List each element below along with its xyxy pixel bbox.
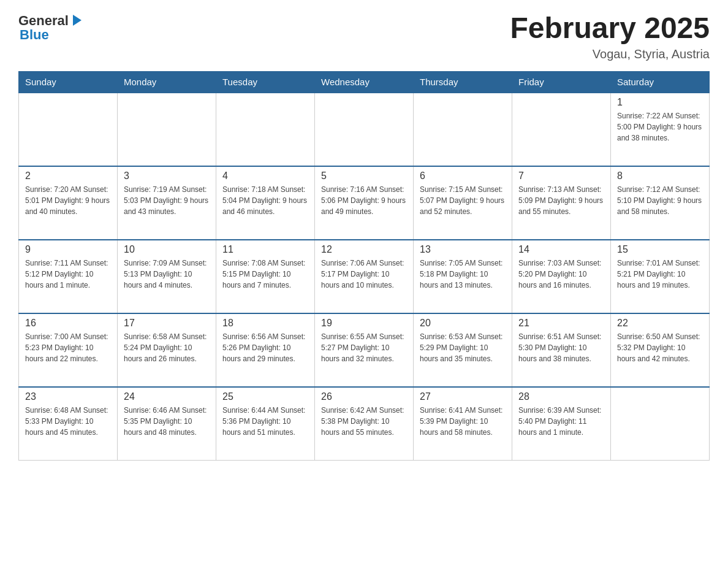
week-row-2: 9Sunrise: 7:11 AM Sunset: 5:12 PM Daylig… [19,240,710,313]
day-number: 15 [617,244,703,255]
day-number: 20 [420,318,506,329]
day-number: 24 [124,391,210,402]
day-number: 9 [25,244,111,255]
table-row: 10Sunrise: 7:09 AM Sunset: 5:13 PM Dayli… [118,240,216,313]
day-info: Sunrise: 7:06 AM Sunset: 5:17 PM Dayligh… [321,258,407,291]
day-info: Sunrise: 7:19 AM Sunset: 5:03 PM Dayligh… [124,184,210,217]
table-row: 22Sunrise: 6:50 AM Sunset: 5:32 PM Dayli… [611,313,710,387]
day-info: Sunrise: 6:44 AM Sunset: 5:36 PM Dayligh… [222,405,308,438]
table-row: 6Sunrise: 7:15 AM Sunset: 5:07 PM Daylig… [414,166,512,240]
day-info: Sunrise: 7:16 AM Sunset: 5:06 PM Dayligh… [321,184,407,217]
table-row [414,93,512,166]
logo-blue-text: Blue [20,27,84,43]
day-info: Sunrise: 7:05 AM Sunset: 5:18 PM Dayligh… [420,258,506,291]
day-number: 28 [518,391,604,402]
title-block: February 2025 Vogau, Styria, Austria [510,12,710,61]
page-header: General Blue February 2025 Vogau, Styria… [18,12,710,61]
table-row: 3Sunrise: 7:19 AM Sunset: 5:03 PM Daylig… [118,166,216,240]
day-info: Sunrise: 7:18 AM Sunset: 5:04 PM Dayligh… [222,184,308,217]
day-info: Sunrise: 7:00 AM Sunset: 5:23 PM Dayligh… [25,331,111,364]
table-row: 8Sunrise: 7:12 AM Sunset: 5:10 PM Daylig… [611,166,710,240]
table-row: 4Sunrise: 7:18 AM Sunset: 5:04 PM Daylig… [216,166,315,240]
table-row: 24Sunrise: 6:46 AM Sunset: 5:35 PM Dayli… [118,387,216,461]
day-info: Sunrise: 7:15 AM Sunset: 5:07 PM Dayligh… [420,184,506,217]
day-number: 16 [25,318,111,329]
day-info: Sunrise: 7:12 AM Sunset: 5:10 PM Dayligh… [617,184,703,217]
day-info: Sunrise: 7:01 AM Sunset: 5:21 PM Dayligh… [617,258,703,291]
table-row: 21Sunrise: 6:51 AM Sunset: 5:30 PM Dayli… [512,313,611,387]
table-row [216,93,315,166]
table-row: 14Sunrise: 7:03 AM Sunset: 5:20 PM Dayli… [512,240,611,313]
day-number: 7 [518,170,604,182]
day-info: Sunrise: 6:58 AM Sunset: 5:24 PM Dayligh… [124,331,210,364]
calendar-subtitle: Vogau, Styria, Austria [510,47,710,61]
day-info: Sunrise: 7:22 AM Sunset: 5:00 PM Dayligh… [617,110,703,144]
week-row-3: 16Sunrise: 7:00 AM Sunset: 5:23 PM Dayli… [19,313,710,387]
day-number: 2 [25,170,111,182]
col-sunday: Sunday [19,71,118,93]
day-info: Sunrise: 6:42 AM Sunset: 5:38 PM Dayligh… [321,405,407,438]
svg-marker-0 [73,15,82,26]
day-number: 4 [222,170,308,182]
day-number: 18 [222,318,308,329]
day-number: 8 [617,170,703,182]
table-row [512,93,611,166]
day-info: Sunrise: 7:13 AM Sunset: 5:09 PM Dayligh… [518,184,604,217]
day-info: Sunrise: 7:11 AM Sunset: 5:12 PM Dayligh… [25,258,111,291]
table-row: 15Sunrise: 7:01 AM Sunset: 5:21 PM Dayli… [611,240,710,313]
day-number: 3 [124,170,210,182]
day-number: 6 [420,170,506,182]
day-number: 12 [321,244,407,255]
day-number: 22 [617,318,703,329]
day-number: 1 [617,97,703,108]
table-row: 17Sunrise: 6:58 AM Sunset: 5:24 PM Dayli… [118,313,216,387]
col-wednesday: Wednesday [315,71,414,93]
day-number: 17 [124,318,210,329]
logo: General Blue [18,12,84,43]
table-row: 12Sunrise: 7:06 AM Sunset: 5:17 PM Dayli… [315,240,414,313]
col-tuesday: Tuesday [216,71,315,93]
day-number: 5 [321,170,407,182]
week-row-4: 23Sunrise: 6:48 AM Sunset: 5:33 PM Dayli… [19,387,710,461]
col-friday: Friday [512,71,611,93]
day-info: Sunrise: 7:09 AM Sunset: 5:13 PM Dayligh… [124,258,210,291]
day-number: 25 [222,391,308,402]
table-row: 1Sunrise: 7:22 AM Sunset: 5:00 PM Daylig… [611,93,710,166]
day-number: 13 [420,244,506,255]
col-thursday: Thursday [414,71,512,93]
calendar-title: February 2025 [510,12,710,45]
table-row: 5Sunrise: 7:16 AM Sunset: 5:06 PM Daylig… [315,166,414,240]
table-row: 27Sunrise: 6:41 AM Sunset: 5:39 PM Dayli… [414,387,512,461]
table-row [611,387,710,461]
day-info: Sunrise: 7:08 AM Sunset: 5:15 PM Dayligh… [222,258,308,291]
day-number: 23 [25,391,111,402]
day-info: Sunrise: 6:41 AM Sunset: 5:39 PM Dayligh… [420,405,506,438]
day-info: Sunrise: 6:39 AM Sunset: 5:40 PM Dayligh… [518,405,604,438]
table-row: 26Sunrise: 6:42 AM Sunset: 5:38 PM Dayli… [315,387,414,461]
table-row: 2Sunrise: 7:20 AM Sunset: 5:01 PM Daylig… [19,166,118,240]
table-row: 23Sunrise: 6:48 AM Sunset: 5:33 PM Dayli… [19,387,118,461]
table-row: 28Sunrise: 6:39 AM Sunset: 5:40 PM Dayli… [512,387,611,461]
calendar-table: Sunday Monday Tuesday Wednesday Thursday… [18,71,710,461]
table-row: 19Sunrise: 6:55 AM Sunset: 5:27 PM Dayli… [315,313,414,387]
header-row: Sunday Monday Tuesday Wednesday Thursday… [19,71,710,93]
day-info: Sunrise: 6:50 AM Sunset: 5:32 PM Dayligh… [617,331,703,364]
table-row: 18Sunrise: 6:56 AM Sunset: 5:26 PM Dayli… [216,313,315,387]
day-info: Sunrise: 6:51 AM Sunset: 5:30 PM Dayligh… [518,331,604,364]
day-number: 26 [321,391,407,402]
day-info: Sunrise: 6:48 AM Sunset: 5:33 PM Dayligh… [25,405,111,438]
table-row: 11Sunrise: 7:08 AM Sunset: 5:15 PM Dayli… [216,240,315,313]
day-number: 10 [124,244,210,255]
table-row [315,93,414,166]
day-number: 27 [420,391,506,402]
week-row-1: 2Sunrise: 7:20 AM Sunset: 5:01 PM Daylig… [19,166,710,240]
col-saturday: Saturday [611,71,710,93]
day-info: Sunrise: 6:56 AM Sunset: 5:26 PM Dayligh… [222,331,308,364]
table-row: 13Sunrise: 7:05 AM Sunset: 5:18 PM Dayli… [414,240,512,313]
col-monday: Monday [118,71,216,93]
day-info: Sunrise: 7:03 AM Sunset: 5:20 PM Dayligh… [518,258,604,291]
day-info: Sunrise: 7:20 AM Sunset: 5:01 PM Dayligh… [25,184,111,217]
table-row: 16Sunrise: 7:00 AM Sunset: 5:23 PM Dayli… [19,313,118,387]
table-row: 7Sunrise: 7:13 AM Sunset: 5:09 PM Daylig… [512,166,611,240]
table-row: 9Sunrise: 7:11 AM Sunset: 5:12 PM Daylig… [19,240,118,313]
